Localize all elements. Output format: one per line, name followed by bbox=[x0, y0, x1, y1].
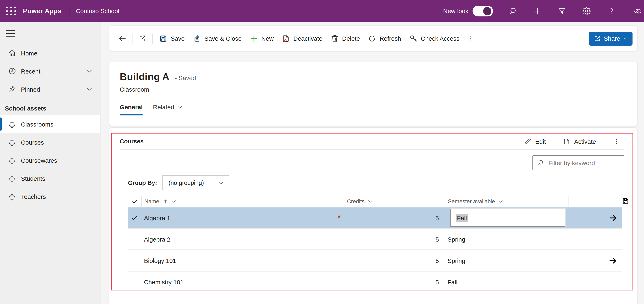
sidebar-item-label: Coursewares bbox=[21, 157, 57, 164]
popout-button[interactable] bbox=[135, 31, 150, 46]
sidebar-item-courses[interactable]: Courses bbox=[0, 133, 100, 151]
column-header-semester[interactable]: Semester available bbox=[445, 196, 568, 207]
product-name: Power Apps bbox=[23, 7, 62, 15]
copilot-icon[interactable] bbox=[632, 7, 644, 15]
open-record-arrow-icon[interactable] bbox=[609, 213, 617, 222]
record-header: Building A - Saved Classroom General Rel… bbox=[109, 62, 638, 126]
refresh-button[interactable]: Refresh bbox=[364, 31, 405, 46]
page-icon bbox=[563, 138, 570, 145]
cell-semester[interactable]: Fall bbox=[445, 209, 568, 227]
table-row-algebra-2[interactable]: Algebra 2 5 Spring bbox=[128, 229, 622, 250]
column-header-credits[interactable]: Credits bbox=[344, 196, 445, 207]
add-icon[interactable] bbox=[533, 7, 542, 15]
save-close-label: Save & Close bbox=[204, 35, 242, 42]
grid-header-row: Name Credits Semester available bbox=[128, 196, 622, 207]
main-content: Save Save & Close New bbox=[100, 22, 644, 304]
save-all-rows-icon[interactable] bbox=[622, 198, 629, 204]
open-record-arrow-icon[interactable] bbox=[609, 256, 617, 265]
cell-name[interactable]: Algebra 1 * bbox=[141, 214, 344, 222]
delete-button[interactable]: Delete bbox=[326, 31, 364, 46]
command-bar-overflow-button[interactable] bbox=[464, 31, 478, 46]
activate-button[interactable]: Activate bbox=[558, 135, 601, 147]
help-icon[interactable] bbox=[607, 7, 615, 15]
key-icon bbox=[409, 34, 418, 43]
search-icon[interactable] bbox=[509, 7, 517, 15]
tab-general[interactable]: General bbox=[120, 103, 143, 115]
share-label: Share bbox=[604, 35, 620, 42]
chevron-down-icon[interactable] bbox=[86, 86, 93, 92]
save-close-icon bbox=[193, 34, 201, 43]
sidebar-item-pinned[interactable]: Pinned bbox=[0, 80, 100, 98]
cell-semester[interactable]: Spring bbox=[445, 257, 568, 264]
edit-label: Edit bbox=[535, 138, 546, 145]
chevron-down-icon bbox=[218, 180, 224, 186]
deactivate-button[interactable]: Deactivate bbox=[278, 31, 326, 46]
subgrid-title: Courses bbox=[120, 138, 144, 144]
cell-name[interactable]: Algebra 2 bbox=[141, 236, 344, 243]
sidebar-item-label: Recent bbox=[21, 68, 40, 75]
column-header-name[interactable]: Name bbox=[141, 196, 344, 207]
new-button[interactable]: New bbox=[246, 31, 278, 46]
table-row-algebra-1[interactable]: Algebra 1 * 5 Fall bbox=[128, 207, 622, 229]
sidebar-item-classrooms[interactable]: Classrooms bbox=[0, 115, 100, 133]
waffle-menu-icon[interactable] bbox=[5, 5, 17, 17]
topbar-divider bbox=[69, 6, 69, 16]
table-row-biology-101[interactable]: Biology 101 5 Spring bbox=[128, 250, 622, 271]
save-button[interactable]: Save bbox=[155, 31, 189, 46]
back-button[interactable] bbox=[115, 31, 130, 46]
open-in-new-window-icon bbox=[138, 34, 146, 43]
save-and-close-button[interactable]: Save & Close bbox=[189, 31, 246, 46]
sidebar-item-coursewares[interactable]: Coursewares bbox=[0, 151, 100, 169]
selected-text: Fall bbox=[456, 214, 468, 222]
sidebar-item-teachers[interactable]: Teachers bbox=[0, 187, 100, 205]
table-row-chemistry-101[interactable]: Chemistry 101 5 Fall bbox=[128, 271, 622, 292]
new-look-toggle[interactable] bbox=[472, 6, 493, 16]
semester-edit-textbox[interactable]: Fall bbox=[450, 209, 565, 227]
subgrid-overflow-button[interactable] bbox=[608, 135, 625, 147]
new-plus-icon bbox=[250, 34, 258, 43]
sort-ascending-icon bbox=[163, 199, 168, 204]
select-all-checkbox[interactable] bbox=[128, 198, 141, 204]
cell-name[interactable]: Chemistry 101 bbox=[141, 278, 344, 285]
cell-open-record[interactable] bbox=[568, 213, 622, 222]
edit-button[interactable]: Edit bbox=[519, 135, 551, 147]
refresh-label: Refresh bbox=[380, 35, 401, 42]
cell-credits[interactable]: 5 bbox=[344, 214, 445, 221]
sidebar-item-label: Courses bbox=[21, 139, 44, 146]
group-by-dropdown[interactable]: (no grouping) bbox=[162, 176, 229, 190]
cell-semester[interactable]: Fall bbox=[445, 278, 568, 285]
sidebar-item-home[interactable]: Home bbox=[0, 44, 100, 62]
cell-credits[interactable]: 5 bbox=[344, 257, 445, 264]
save-icon bbox=[159, 34, 167, 43]
deactivate-label: Deactivate bbox=[293, 35, 322, 42]
checkmark-icon bbox=[132, 198, 138, 204]
row-checkbox[interactable] bbox=[128, 214, 141, 221]
filter-icon[interactable] bbox=[558, 7, 566, 15]
pencil-icon bbox=[524, 138, 531, 145]
cell-credits[interactable]: 5 bbox=[344, 236, 445, 243]
ellipsis-vertical-icon bbox=[467, 34, 475, 43]
filter-by-keyword-input[interactable] bbox=[548, 159, 631, 167]
sidebar-item-recent[interactable]: Recent bbox=[0, 62, 100, 80]
puzzle-icon bbox=[8, 156, 16, 164]
cell-name[interactable]: Biology 101 bbox=[141, 257, 344, 264]
app-name[interactable]: Contoso School bbox=[76, 8, 119, 14]
sidebar: Home Recent Pinned School assets Classro… bbox=[0, 22, 100, 304]
cell-open-record[interactable] bbox=[568, 256, 622, 265]
checkmark-icon bbox=[131, 214, 138, 221]
new-look-label: New look bbox=[443, 8, 468, 14]
check-access-button[interactable]: Check Access bbox=[405, 31, 464, 46]
settings-icon[interactable] bbox=[582, 7, 591, 15]
courses-subgrid-highlighted: Courses Edit Activate bbox=[111, 133, 633, 290]
share-button[interactable]: Share bbox=[589, 32, 632, 45]
sidebar-item-students[interactable]: Students bbox=[0, 169, 100, 187]
sidebar-section-label: School assets bbox=[0, 98, 100, 115]
cell-credits[interactable]: 5 bbox=[344, 278, 445, 285]
puzzle-icon bbox=[8, 192, 16, 201]
power-apps-window: Power Apps Contoso School New look bbox=[0, 0, 644, 304]
chevron-down-icon[interactable] bbox=[86, 68, 93, 74]
chevron-down-icon bbox=[176, 104, 182, 110]
cell-semester[interactable]: Spring bbox=[445, 236, 568, 243]
hamburger-menu-icon[interactable] bbox=[6, 30, 15, 37]
tab-related[interactable]: Related bbox=[153, 103, 182, 115]
